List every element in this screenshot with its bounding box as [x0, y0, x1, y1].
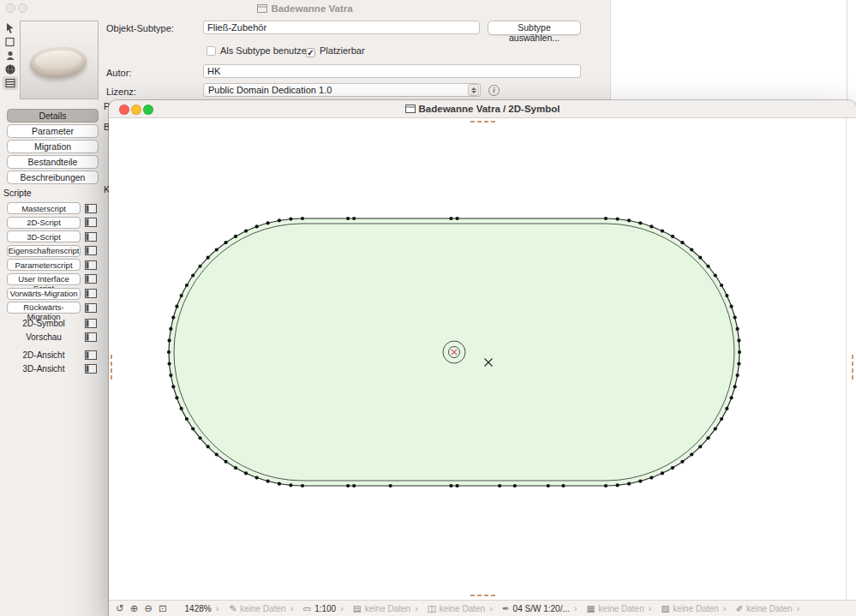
hotspot-dot[interactable] — [690, 452, 693, 456]
settings-titlebar[interactable]: Badewanne Vatra — [0, 0, 610, 17]
hotspot-dot[interactable] — [615, 483, 619, 487]
zoom-fit-icon[interactable]: ⊡ — [159, 602, 167, 614]
hotspot-dot[interactable] — [513, 484, 517, 487]
rectangle-tool-icon[interactable] — [3, 35, 18, 49]
view-flat-button[interactable]: 2D-Ansicht — [7, 349, 81, 361]
hotspot-dot[interactable] — [301, 217, 304, 220]
nav-button[interactable]: Bestandteile — [7, 155, 99, 169]
statusbar-pen-group[interactable]: ✎ keine Daten — [229, 603, 293, 613]
script-button[interactable]: 2D-Script — [7, 217, 81, 229]
license-dropdown[interactable]: Public Domain Dedication 1.0 — [203, 83, 481, 97]
hotspot-dot[interactable] — [198, 265, 201, 268]
hotspot-dot[interactable] — [736, 374, 739, 377]
hotspot-dot[interactable] — [649, 224, 653, 228]
pane-splitter-right[interactable] — [852, 355, 853, 380]
hotspot-dot[interactable] — [604, 217, 608, 220]
person-icon[interactable] — [3, 49, 18, 63]
hotspot-dot[interactable] — [234, 235, 237, 238]
hotspot-dot[interactable] — [180, 407, 183, 410]
pane-splitter-top[interactable] — [470, 121, 495, 123]
hotspot-dot[interactable] — [255, 475, 259, 479]
hotspot-dot[interactable] — [455, 484, 458, 487]
list-view-icon[interactable] — [3, 76, 18, 90]
script-button[interactable]: Rückwärts-Migration — [7, 302, 81, 314]
hotspot-dot[interactable] — [234, 466, 237, 469]
hotspot-dot[interactable] — [167, 350, 171, 354]
script-button[interactable]: Eigenschaftenscript — [7, 245, 81, 257]
open-window-icon[interactable] — [85, 319, 97, 328]
statusbar-penset-group[interactable]: ✒ 04 S/W 1:20/... — [502, 603, 578, 613]
hotspot-dot[interactable] — [169, 327, 172, 331]
open-window-icon[interactable] — [85, 232, 97, 242]
hotspot-dot[interactable] — [185, 284, 189, 287]
nav-button[interactable]: Parameter — [7, 124, 99, 138]
script-button[interactable]: Parameterscript — [7, 259, 81, 271]
hotspot-dot[interactable] — [615, 217, 619, 220]
hotspot-dot[interactable] — [649, 475, 653, 479]
view-flat-button[interactable]: 3D-Ansicht — [7, 363, 81, 375]
nav-button[interactable]: Beschreibungen — [7, 170, 99, 184]
hotspot-dot[interactable] — [266, 221, 270, 224]
statusbar-grid-group[interactable]: ▦ keine Daten — [586, 603, 651, 613]
drawing-canvas[interactable] — [109, 118, 856, 600]
hotspot-dot[interactable] — [680, 460, 684, 463]
hotspot-dot[interactable] — [720, 417, 723, 421]
hotspot-dot[interactable] — [706, 436, 709, 440]
hotspot-dot[interactable] — [175, 396, 178, 399]
statusbar-marker-group[interactable]: ✐ keine Daten — [735, 603, 799, 613]
hotspot-dot[interactable] — [278, 482, 281, 486]
hotspot-dot[interactable] — [661, 471, 664, 475]
hotspot-dot[interactable] — [224, 460, 227, 463]
hotspot-dot[interactable] — [449, 217, 452, 220]
stepper-icon[interactable] — [468, 84, 479, 96]
hotspot-dot[interactable] — [169, 374, 172, 377]
hotspot-dot[interactable] — [346, 217, 350, 220]
hotspot-dot[interactable] — [627, 482, 631, 486]
open-window-icon[interactable] — [85, 204, 97, 213]
use-as-subtype-checkbox[interactable] — [207, 46, 216, 56]
open-window-icon[interactable] — [85, 260, 97, 270]
choose-subtype-button[interactable]: Subtype auswählen... — [488, 21, 581, 35]
hotspot-dot[interactable] — [215, 452, 218, 456]
pane-splitter-bottom[interactable] — [470, 595, 495, 596]
hotspot-dot[interactable] — [547, 484, 550, 487]
globe-icon[interactable] — [3, 63, 18, 76]
hotspot-dot[interactable] — [171, 316, 175, 320]
hotspot-dot[interactable] — [244, 230, 248, 233]
hotspot-dot[interactable] — [737, 362, 740, 365]
open-window-icon[interactable] — [85, 274, 97, 284]
hotspot-dot[interactable] — [278, 218, 281, 222]
statusbar-layout-group[interactable]: ▨ keine Daten — [661, 603, 726, 613]
hotspot-dot[interactable] — [604, 484, 608, 487]
hotspot-dot[interactable] — [733, 385, 737, 388]
placeable-checkbox[interactable] — [306, 48, 315, 57]
script-flat-button[interactable]: 2D-Symbol — [7, 317, 81, 329]
autor-input[interactable] — [203, 64, 581, 78]
script-button[interactable]: User Interface Script — [7, 273, 81, 285]
hotspot-dot[interactable] — [736, 327, 739, 331]
hotspot-dot[interactable] — [346, 484, 350, 487]
open-window-icon[interactable] — [85, 332, 97, 342]
hotspot-dot[interactable] — [733, 316, 737, 320]
hotspot-dot[interactable] — [690, 248, 693, 251]
hotspot-dot[interactable] — [698, 256, 702, 260]
hotspot-dot[interactable] — [729, 305, 733, 308]
hotspot-dot[interactable] — [289, 217, 292, 220]
zoom-out-icon[interactable]: ⊖ — [144, 602, 153, 614]
hotspot-dot[interactable] — [720, 284, 723, 287]
subtype-input[interactable] — [203, 21, 480, 34]
hotspot-dot[interactable] — [198, 436, 201, 440]
open-window-icon[interactable] — [85, 218, 97, 227]
hotspot-dot[interactable] — [638, 480, 642, 483]
nav-button[interactable]: Details — [7, 109, 99, 123]
open-window-icon[interactable] — [85, 303, 97, 313]
script-button[interactable]: 3D-Script — [7, 230, 81, 242]
hotspot-dot[interactable] — [191, 427, 195, 430]
hotspot-dot[interactable] — [207, 445, 210, 448]
hotspot-dot[interactable] — [185, 417, 189, 421]
hotspot-dot[interactable] — [244, 471, 248, 475]
open-window-icon[interactable] — [85, 364, 97, 374]
hotspot-dot[interactable] — [266, 480, 270, 483]
hotspot-dot[interactable] — [725, 407, 728, 410]
pointer-tool-icon[interactable] — [3, 21, 18, 35]
